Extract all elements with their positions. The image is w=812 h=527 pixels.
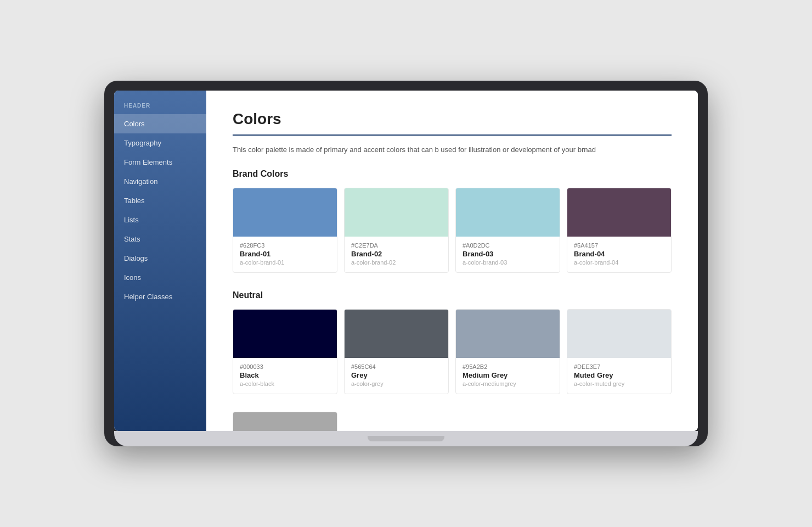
color-class-grey: a-color-grey xyxy=(351,380,442,387)
color-swatch-black xyxy=(233,310,337,358)
color-hex-medium-grey: #95A2B2 xyxy=(463,363,553,370)
color-card-medium-grey: #95A2B2 Medium Grey a-color-mediumgrey xyxy=(455,309,560,394)
color-info-brand-03: #A0D2DC Brand-03 a-color-brand-03 xyxy=(456,237,560,272)
color-swatch-brand-01 xyxy=(233,188,337,237)
sidebar-item-stats[interactable]: Stats xyxy=(114,229,206,249)
sidebar-item-typography[interactable]: Typography xyxy=(114,133,206,153)
color-card-brand-01: #628FC3 Brand-01 a-color-brand-01 xyxy=(233,188,337,273)
sidebar-item-colors[interactable]: Colors xyxy=(114,114,206,133)
color-info-grey: #565C64 Grey a-color-grey xyxy=(345,358,448,394)
brand-color-grid: #628FC3 Brand-01 a-color-brand-01 #C2E7D… xyxy=(233,188,672,273)
page-divider xyxy=(233,134,672,136)
color-card-grey: #565C64 Grey a-color-grey xyxy=(344,309,449,394)
page-description: This color palette is made of primary an… xyxy=(233,145,672,154)
color-card-brand-03: #A0D2DC Brand-03 a-color-brand-03 xyxy=(455,188,560,273)
sidebar-item-navigation[interactable]: Navigation xyxy=(114,172,206,191)
color-class-brand-02: a-color-brand-02 xyxy=(351,259,442,266)
laptop-frame: HEADER Colors Typography Form Elements N… xyxy=(104,81,708,446)
color-swatch-brand-02 xyxy=(345,188,448,237)
color-info-brand-01: #628FC3 Brand-01 a-color-brand-01 xyxy=(233,237,337,272)
sidebar-item-form-elements[interactable]: Form Elements xyxy=(114,153,206,172)
color-class-brand-04: a-color-brand-04 xyxy=(574,259,664,266)
color-name-brand-03: Brand-03 xyxy=(463,250,553,258)
color-class-brand-03: a-color-brand-03 xyxy=(463,259,553,266)
color-hex-muted-grey: #DEE3E7 xyxy=(574,363,664,370)
color-name-grey: Grey xyxy=(351,371,442,379)
color-swatch-brand-03 xyxy=(456,188,560,237)
sidebar: HEADER Colors Typography Form Elements N… xyxy=(114,91,206,431)
color-swatch-medium-grey xyxy=(456,310,560,358)
color-name-medium-grey: Medium Grey xyxy=(463,371,553,379)
color-card-black: #000033 Black a-color-black xyxy=(233,309,337,394)
sidebar-item-tables[interactable]: Tables xyxy=(114,191,206,210)
color-info-muted-grey: #DEE3E7 Muted Grey a-color-muted grey xyxy=(567,358,671,394)
color-info-black: #000033 Black a-color-black xyxy=(233,358,337,394)
color-swatch-grey xyxy=(345,310,448,358)
sidebar-section-header: HEADER xyxy=(114,91,206,114)
color-hex-grey: #565C64 xyxy=(351,363,442,370)
color-hex-black: #000033 xyxy=(240,363,330,370)
laptop-notch xyxy=(368,436,444,441)
sidebar-item-icons[interactable]: Icons xyxy=(114,268,206,287)
color-card-brand-04: #5A4157 Brand-04 a-color-brand-04 xyxy=(567,188,672,273)
color-card-brand-02: #C2E7DA Brand-02 a-color-brand-02 xyxy=(344,188,449,273)
laptop-base xyxy=(114,431,698,446)
color-name-brand-01: Brand-01 xyxy=(240,250,330,258)
color-hex-brand-04: #5A4157 xyxy=(574,242,664,249)
color-class-muted-grey: a-color-muted grey xyxy=(574,380,664,387)
color-hex-brand-03: #A0D2DC xyxy=(463,242,553,249)
color-swatch-brand-04 xyxy=(567,188,671,237)
color-card-extra xyxy=(233,412,337,431)
brand-section-title: Brand Colors xyxy=(233,169,672,179)
color-class-brand-01: a-color-brand-01 xyxy=(240,259,330,266)
main-content: Colors This color palette is made of pri… xyxy=(206,91,698,431)
neutral-section-title: Neutral xyxy=(233,290,672,300)
color-card-muted-grey: #DEE3E7 Muted Grey a-color-muted grey xyxy=(567,309,672,394)
neutral-color-grid: #000033 Black a-color-black #565C64 Grey… xyxy=(233,309,672,394)
color-info-medium-grey: #95A2B2 Medium Grey a-color-mediumgrey xyxy=(456,358,560,394)
sidebar-item-helper-classes[interactable]: Helper Classes xyxy=(114,287,206,306)
sidebar-item-lists[interactable]: Lists xyxy=(114,210,206,229)
color-swatch-extra xyxy=(233,412,337,431)
color-info-brand-04: #5A4157 Brand-04 a-color-brand-04 xyxy=(567,237,671,272)
color-name-black: Black xyxy=(240,371,330,379)
color-hex-brand-01: #628FC3 xyxy=(240,242,330,249)
color-info-brand-02: #C2E7DA Brand-02 a-color-brand-02 xyxy=(345,237,448,272)
color-name-muted-grey: Muted Grey xyxy=(574,371,664,379)
color-name-brand-04: Brand-04 xyxy=(574,250,664,258)
sidebar-item-dialogs[interactable]: Dialogs xyxy=(114,249,206,268)
color-class-black: a-color-black xyxy=(240,380,330,387)
laptop-screen: HEADER Colors Typography Form Elements N… xyxy=(114,91,698,431)
color-name-brand-02: Brand-02 xyxy=(351,250,442,258)
color-class-medium-grey: a-color-mediumgrey xyxy=(463,380,553,387)
page-title: Colors xyxy=(233,110,672,128)
color-hex-brand-02: #C2E7DA xyxy=(351,242,442,249)
color-swatch-muted-grey xyxy=(567,310,671,358)
